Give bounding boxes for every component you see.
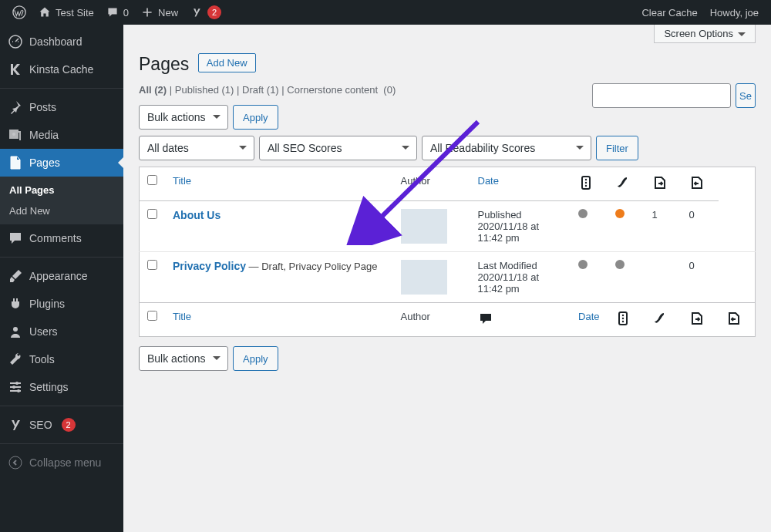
- apply-button-top[interactable]: Apply: [233, 105, 278, 130]
- menu-kinsta[interactable]: Kinsta Cache: [0, 56, 123, 83]
- menu-posts[interactable]: Posts: [0, 93, 123, 121]
- seo-score-icon: [615, 311, 631, 326]
- wp-logo[interactable]: [6, 0, 32, 25]
- svg-point-10: [584, 182, 586, 184]
- filter-cornerstone[interactable]: Cornerstone content (0): [287, 84, 396, 96]
- row-title-link[interactable]: About Us: [173, 209, 221, 221]
- svg-point-3: [13, 327, 18, 332]
- seo-score-select[interactable]: All SEO Scores: [259, 136, 417, 160]
- yoast-icon: [190, 6, 203, 19]
- bulk-actions-select[interactable]: Bulk actions: [139, 105, 228, 130]
- adminbar-comments-count: 0: [123, 7, 129, 19]
- collapse-menu[interactable]: Collapse menu: [0, 449, 123, 476]
- plug-icon: [8, 296, 23, 311]
- seo-count-badge: 2: [62, 418, 76, 432]
- menu-media[interactable]: Media: [0, 121, 123, 149]
- svg-point-2: [12, 133, 15, 136]
- comment-icon: [8, 231, 23, 246]
- readability-icon: [652, 311, 668, 326]
- adminbar-new[interactable]: New: [135, 0, 184, 25]
- admin-sidebar: Dashboard Kinsta Cache Posts Media Pages…: [0, 25, 123, 532]
- svg-point-14: [621, 318, 623, 319]
- dashboard-icon: [8, 34, 23, 49]
- author-thumb: [401, 260, 447, 295]
- submenu-all-pages[interactable]: All Pages: [0, 180, 123, 200]
- yoast-icon: [8, 417, 23, 433]
- svg-point-4: [15, 382, 19, 385]
- col-title[interactable]: Title: [173, 175, 191, 187]
- submenu-add-new[interactable]: Add New: [0, 200, 123, 221]
- author-thumb: [401, 209, 447, 244]
- menu-settings[interactable]: Settings: [0, 373, 123, 401]
- filter-published[interactable]: Published (1): [175, 84, 234, 96]
- site-name[interactable]: Test Site: [32, 0, 100, 25]
- seo-score-dot: [578, 260, 588, 269]
- readability-icon: [615, 175, 631, 190]
- menu-dashboard[interactable]: Dashboard: [0, 28, 123, 56]
- row-checkbox[interactable]: [147, 260, 157, 270]
- col-date[interactable]: Date: [478, 175, 499, 187]
- bulk-actions-select-bottom[interactable]: Bulk actions: [139, 346, 228, 371]
- row-date: 2020/11/18 at 11:42 pm: [478, 221, 540, 244]
- menu-comments[interactable]: Comments: [0, 224, 123, 252]
- collapse-icon: [8, 455, 23, 470]
- readability-select[interactable]: All Readability Scores: [422, 136, 591, 160]
- seo-score-dot: [578, 209, 588, 218]
- readability-dot: [615, 260, 625, 269]
- table-row: About Us Published2020/11/18 at 11:42 pm…: [140, 201, 756, 252]
- clear-cache[interactable]: Clear Cache: [635, 0, 703, 25]
- table-row: Privacy Policy — Draft, Privacy Policy P…: [140, 252, 756, 303]
- col-author-foot: Author: [393, 303, 470, 337]
- search-input[interactable]: [592, 83, 731, 108]
- svg-point-5: [12, 386, 15, 389]
- date-filter-select[interactable]: All dates: [139, 136, 254, 160]
- outgoing-links-icon: [726, 311, 742, 326]
- svg-point-6: [17, 389, 20, 392]
- filter-all[interactable]: All (2): [139, 84, 167, 96]
- apply-button-bottom[interactable]: Apply: [233, 346, 278, 371]
- filter-button[interactable]: Filter: [596, 136, 638, 160]
- outgoing-links-count: 0: [682, 252, 719, 303]
- col-author: Author: [393, 167, 470, 201]
- media-icon: [8, 127, 23, 143]
- menu-users[interactable]: Users: [0, 318, 123, 345]
- col-date-foot[interactable]: Date: [578, 311, 599, 322]
- menu-plugins[interactable]: Plugins: [0, 290, 123, 318]
- menu-seo[interactable]: SEO 2: [0, 411, 123, 439]
- brush-icon: [8, 268, 23, 284]
- row-checkbox[interactable]: [147, 209, 157, 219]
- user-icon: [8, 324, 23, 339]
- comments-col-icon: [478, 311, 493, 326]
- svg-point-11: [584, 185, 586, 187]
- menu-tools[interactable]: Tools: [0, 345, 123, 373]
- incoming-links-count: [645, 252, 682, 303]
- site-name-label: Test Site: [56, 7, 94, 19]
- adminbar-new-label: New: [158, 7, 178, 19]
- incoming-links-count: 1: [645, 201, 682, 252]
- sliders-icon: [8, 379, 23, 395]
- incoming-links-icon: [689, 311, 705, 326]
- howdy-account[interactable]: Howdy, joe: [704, 0, 765, 25]
- row-title-suffix: — Draft, Privacy Policy Page: [246, 261, 378, 272]
- outgoing-links-count: 0: [682, 201, 719, 252]
- svg-point-13: [621, 315, 623, 316]
- menu-pages[interactable]: Pages: [0, 149, 123, 177]
- adminbar-yoast[interactable]: 2: [184, 0, 227, 25]
- select-all-bottom[interactable]: [147, 311, 157, 321]
- kinsta-icon: [8, 62, 23, 77]
- search-button[interactable]: Se: [736, 83, 756, 108]
- row-title-link[interactable]: Privacy Policy: [173, 260, 246, 272]
- select-all-top[interactable]: [147, 175, 157, 185]
- home-icon: [39, 6, 51, 19]
- screen-options-toggle[interactable]: Screen Options: [654, 25, 756, 43]
- col-title-foot[interactable]: Title: [173, 311, 191, 322]
- filter-draft[interactable]: Draft (1): [242, 84, 279, 96]
- plus-icon: [141, 6, 153, 19]
- adminbar-comments[interactable]: 0: [100, 0, 135, 25]
- row-status: Published: [478, 209, 522, 221]
- menu-appearance[interactable]: Appearance: [0, 262, 123, 290]
- svg-point-7: [9, 456, 22, 469]
- incoming-links-icon: [652, 175, 668, 190]
- yoast-badge: 2: [207, 5, 221, 19]
- add-new-button[interactable]: Add New: [198, 53, 256, 72]
